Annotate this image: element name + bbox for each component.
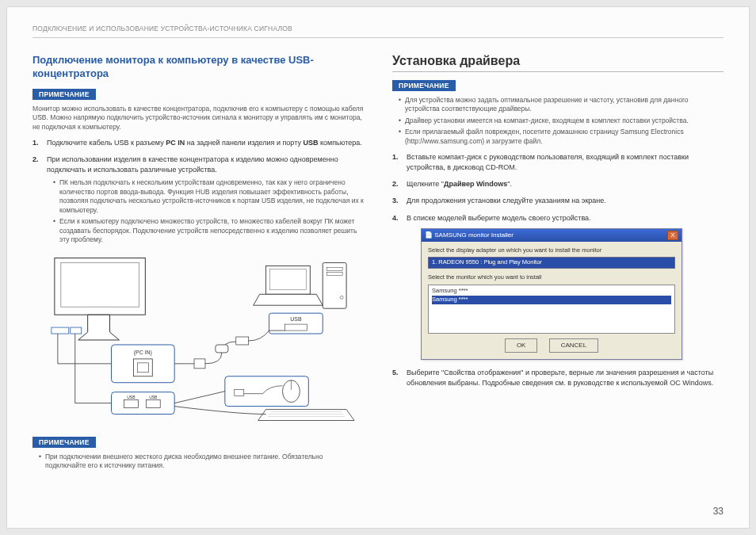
svg-rect-13 [270, 269, 307, 289]
breadcrumb: Подключение и использование устройства-и… [32, 25, 724, 38]
mouse-icon [225, 376, 308, 406]
svg-rect-15 [326, 267, 342, 270]
svg-rect-20 [284, 324, 307, 331]
hub-steps: Подключите кабель USB к разъему PC IN на… [32, 138, 364, 244]
driver-step-4: В списке моделей выберите модель своего … [392, 213, 724, 360]
right-column: Установка драйвера ПРИМЕЧАНИЕ Для устрой… [392, 54, 724, 477]
hub-sub-bullet: Если к компьютеру подключено множество у… [53, 217, 364, 244]
driver-note-bullet: Если прилагаемый файл поврежден, посетит… [399, 128, 724, 146]
keyboard-icon [258, 409, 354, 420]
cancel-button[interactable]: CANCEL [549, 338, 598, 353]
laptop-icon [254, 266, 323, 305]
monitor-listbox[interactable]: Samsung **** Samsung **** [428, 285, 675, 334]
hub-sub-bullet: ПК нельзя подключать к нескольким устрой… [53, 178, 364, 215]
left-column: Подключение монитора к компьютеру в каче… [32, 54, 364, 477]
note-badge: ПРИМЕЧАНИЕ [32, 89, 96, 100]
svg-rect-6 [137, 362, 148, 372]
svg-rect-8 [124, 399, 138, 407]
installer-monitor-label: Select the monitor which you want to ins… [428, 273, 675, 282]
desktop-icon [323, 262, 346, 308]
note-badge: ПРИМЕЧАНИЕ [32, 437, 96, 448]
driver-section-title: Установка драйвера [392, 54, 724, 72]
hub-step-1: Подключите кабель USB к разъему PC IN на… [32, 138, 364, 148]
svg-rect-1 [61, 262, 139, 307]
hub-intro: Монитор можно использовать в качестве ко… [32, 105, 364, 132]
driver-steps: Вставьте компакт-диск с руководством пол… [392, 152, 724, 388]
svg-rect-22 [216, 345, 228, 353]
list-item[interactable]: Samsung **** [432, 296, 671, 304]
close-icon[interactable]: X [667, 231, 678, 240]
svg-text:USB: USB [127, 395, 136, 399]
pc-in-label: (PC IN) [134, 350, 152, 356]
driver-step-5: Выберите "Свойства отображения" и провер… [392, 368, 724, 388]
svg-rect-23 [236, 337, 249, 345]
driver-step-2: Щелкните "Драйвер Windows". [392, 179, 724, 189]
svg-rect-7 [112, 392, 175, 414]
driver-note-bullet: Драйвер установки имеется на компакт-дис… [399, 117, 724, 125]
diagram-svg: (PC IN) USB USB [32, 251, 364, 426]
svg-rect-27 [235, 389, 244, 396]
svg-rect-9 [146, 399, 160, 407]
page-number: 33 [713, 506, 724, 517]
hub-section-title: Подключение монитора к компьютеру в каче… [32, 54, 364, 81]
installer-window: 📄 SAMSUNG monitor Installer X Select the… [421, 228, 682, 360]
manual-page: Подключение и использование устройства-и… [6, 6, 750, 529]
svg-rect-2 [52, 327, 69, 334]
driver-step-1: Вставьте компакт-диск с руководством пол… [392, 152, 724, 173]
installer-adapter-label: Select the display adapter on which you … [428, 246, 675, 255]
svg-rect-21 [194, 358, 205, 368]
installer-title: 📄 SAMSUNG monitor Installer [425, 231, 514, 240]
svg-point-17 [340, 296, 343, 299]
svg-rect-16 [326, 272, 342, 275]
driver-step-3: Для продолжения установки следуйте указа… [392, 196, 724, 206]
note-badge: ПРИМЕЧАНИЕ [392, 80, 456, 91]
connection-diagram: (PC IN) USB USB [32, 251, 364, 426]
adapter-dropdown[interactable]: 1. RADEON 9550 : Plug and Play Monitor [428, 257, 675, 269]
installer-titlebar: 📄 SAMSUNG monitor Installer X [422, 229, 682, 242]
svg-rect-3 [71, 327, 82, 334]
list-item[interactable]: Samsung **** [432, 287, 671, 296]
driver-note-bullet: Для устройства можно задать оптимальное … [399, 96, 724, 114]
ok-button[interactable]: OK [505, 338, 538, 353]
svg-text:USB: USB [290, 316, 302, 322]
external-power-note: При подключении внешнего жесткого диска … [39, 453, 364, 471]
two-column-layout: Подключение монитора к компьютеру в каче… [32, 54, 724, 477]
svg-text:USB: USB [149, 395, 158, 399]
hub-step-2: При использовании изделия в качестве кон… [32, 155, 364, 244]
